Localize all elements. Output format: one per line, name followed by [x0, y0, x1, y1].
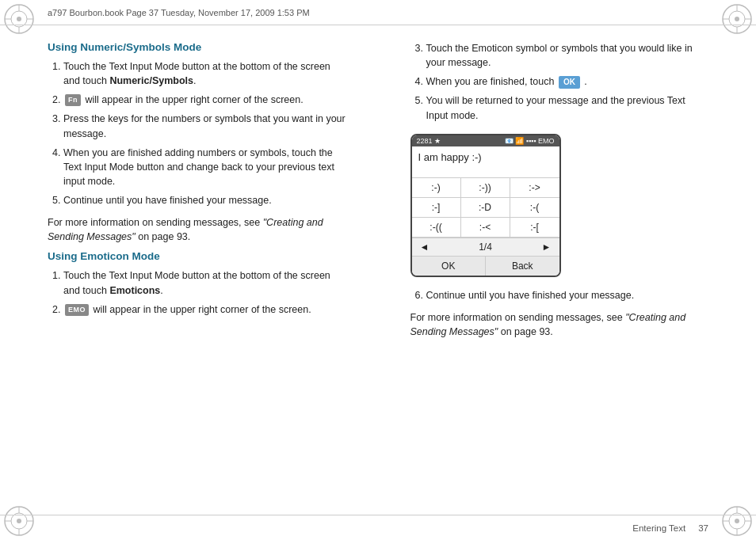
emoticon-cell-8: :-< — [461, 218, 510, 238]
step-6-list: Continue until you have finished your me… — [410, 288, 709, 302]
page-header: a797 Bourbon.book Page 37 Tuesday, Novem… — [0, 0, 756, 25]
phone-emoticon-grid: :-) :-)) :-> :-] :-D :-( :-(( :-< :-[ — [412, 178, 559, 238]
emoticon-section: Using Emoticon Mode Touch the Text Input… — [48, 250, 346, 316]
left-column: Using Numeric/Symbols Mode Touch the Tex… — [48, 41, 346, 507]
footer-section-label: Entering Text — [632, 523, 685, 533]
right-step-5: You will be returned to your message and… — [426, 93, 709, 122]
footer-page-number: 37 — [698, 523, 708, 533]
emoticon-cell-3: :-> — [510, 178, 559, 198]
phone-page-indicator: 1/4 — [479, 241, 492, 253]
phone-back-button[interactable]: Back — [486, 257, 559, 276]
right-column: Touch the Emoticon symbol or symbols tha… — [410, 41, 709, 507]
right-step-4: When you are finished, touch OK . — [426, 74, 709, 89]
numeric-step-1: Touch the Text Input Mode button at the … — [63, 59, 346, 88]
emoticon-cell-1: :-) — [412, 178, 461, 198]
phone-ok-button[interactable]: OK — [412, 257, 487, 276]
phone-nav-row: ◄ 1/4 ► — [412, 238, 559, 257]
numeric-section: Using Numeric/Symbols Mode Touch the Tex… — [48, 41, 346, 244]
emoticon-for-more: For more information on sending messages… — [410, 310, 709, 339]
emoticon-cell-5: :-D — [461, 198, 510, 218]
emoticon-cell-6: :-( — [510, 198, 559, 218]
emoticon-steps-list: Touch the Text Input Mode button at the … — [48, 268, 346, 316]
emoticon-section-heading: Using Emoticon Mode — [48, 250, 346, 262]
phone-status-bar: 2281 ★ 📧 📶 ▪▪▪▪ EMO — [412, 135, 559, 146]
emoticon-cell-7: :-(( — [412, 218, 461, 238]
emo-badge: EMO — [65, 304, 89, 316]
phone-prev-arrow[interactable]: ◄ — [420, 241, 430, 253]
emoticon-cell-9: :-[ — [510, 218, 559, 238]
column-divider — [378, 41, 379, 507]
phone-action-row: OK Back — [412, 257, 559, 276]
emoticon-cell-4: :-] — [412, 198, 461, 218]
fn-badge: Fn — [65, 94, 81, 106]
numeric-for-more: For more information on sending messages… — [48, 215, 346, 244]
phone-next-arrow[interactable]: ► — [542, 241, 552, 253]
emoticon-step-2: EMO will appear in the upper right corne… — [63, 302, 346, 317]
phone-text-area: I am happy :-) — [412, 146, 559, 178]
page-footer: Entering Text 37 — [0, 515, 756, 540]
ok-badge: OK — [559, 76, 580, 89]
numeric-step-2: Fn will appear in the upper right corner… — [63, 93, 346, 107]
numeric-section-heading: Using Numeric/Symbols Mode — [48, 41, 346, 53]
right-step-3: Touch the Emoticon symbol or symbols tha… — [426, 41, 709, 70]
right-steps-list: Touch the Emoticon symbol or symbols tha… — [410, 41, 709, 123]
header-text: a797 Bourbon.book Page 37 Tuesday, Novem… — [48, 8, 310, 17]
main-content: Using Numeric/Symbols Mode Touch the Tex… — [0, 25, 756, 515]
emoticon-step-1: Touch the Text Input Mode button at the … — [63, 268, 346, 297]
phone-mockup: 2281 ★ 📧 📶 ▪▪▪▪ EMO I am happy :-) :-) :… — [410, 134, 561, 277]
emoticon-cell-2: :-)) — [461, 178, 510, 198]
numeric-step-5: Continue until you have finished your me… — [63, 193, 346, 207]
numeric-step-4: When you are finished adding numbers or … — [63, 146, 346, 188]
numeric-step-3: Press the keys for the numbers or symbol… — [63, 112, 346, 140]
numeric-steps-list: Touch the Text Input Mode button at the … — [48, 59, 346, 207]
right-step-6: Continue until you have finished your me… — [426, 288, 709, 302]
